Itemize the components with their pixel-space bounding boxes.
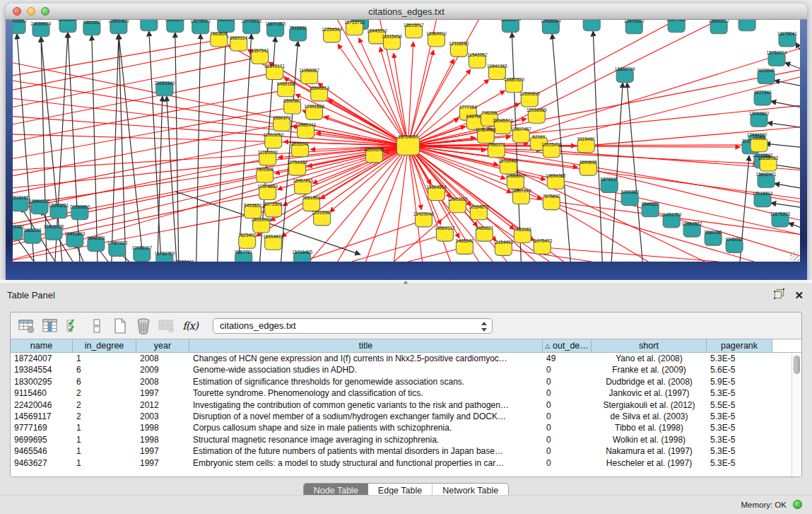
cell-name[interactable]: 9115460 xyxy=(11,387,73,399)
graph-edge[interactable] xyxy=(313,146,408,183)
cell-pagerank[interactable]: 5.5E-5 xyxy=(707,399,772,411)
graph-edge[interactable] xyxy=(68,33,80,262)
table-mode-button[interactable] xyxy=(16,316,37,336)
cell-in_degree[interactable]: 2 xyxy=(73,399,136,411)
cell-pagerank[interactable]: 5.3E-5 xyxy=(707,422,772,433)
graph-edge[interactable] xyxy=(359,38,408,146)
column-header-name[interactable]: name xyxy=(11,339,73,352)
cell-name[interactable]: 9463627 xyxy=(11,457,73,469)
cell-title[interactable]: Estimation of the future numbers of pati… xyxy=(189,445,543,457)
graph-edge[interactable] xyxy=(149,31,161,262)
cell-year[interactable]: 1997 xyxy=(136,445,189,457)
cell-short[interactable]: Hescheler et al. (1997) xyxy=(592,457,707,469)
cell-short[interactable]: Wolkin et al. (1998) xyxy=(592,434,707,445)
cell-title[interactable]: Embryonic stem cells: a model to study s… xyxy=(189,457,543,469)
graph-edge[interactable] xyxy=(394,53,408,146)
cell-out_degree[interactable]: 0 xyxy=(543,399,592,411)
cell-pagerank[interactable]: 5.3E-5 xyxy=(707,457,772,469)
table-row[interactable]: 1872400712008Changes of HCN gene express… xyxy=(11,353,801,364)
cell-name[interactable]: 19384554 xyxy=(11,364,73,375)
cell-pagerank[interactable]: 5.3E-5 xyxy=(707,353,772,364)
cell-out_degree[interactable]: 0 xyxy=(543,376,592,387)
column-header-year[interactable]: year xyxy=(136,339,189,352)
table-row[interactable]: 1830029562008Estimation of significance … xyxy=(11,376,801,387)
cell-in_degree[interactable]: 1 xyxy=(73,457,136,469)
cell-in_degree[interactable]: 1 xyxy=(73,445,136,457)
float-panel-icon[interactable] xyxy=(774,288,784,302)
graph-edge[interactable] xyxy=(771,203,800,207)
clear-selection-button[interactable] xyxy=(86,316,107,336)
graph-edge[interactable] xyxy=(789,223,800,227)
table-row[interactable]: 1938455462009Genome-wide association stu… xyxy=(11,364,801,375)
cell-year[interactable]: 1998 xyxy=(136,422,189,433)
column-header-out_degree[interactable]: △out_de… xyxy=(543,339,592,352)
cell-title[interactable]: Changes of HCN gene expression and I(f) … xyxy=(189,353,543,364)
cell-short[interactable]: Franke et al. (2009) xyxy=(592,364,707,375)
cell-short[interactable]: Stergiakouli et al. (2012) xyxy=(592,399,707,411)
cell-name[interactable]: 22420046 xyxy=(11,399,73,411)
table-row[interactable]: 1456911722003Disruption of a novel membe… xyxy=(11,411,801,422)
cell-year[interactable]: 1997 xyxy=(136,457,189,469)
graph-edge[interactable] xyxy=(408,146,450,262)
column-header-short[interactable]: short xyxy=(592,339,707,352)
graph-edge[interactable] xyxy=(13,44,239,90)
cell-name[interactable]: 18724007 xyxy=(11,353,73,364)
table-row[interactable]: 911546021997Tourette syndrome. Phenomeno… xyxy=(11,387,801,399)
graph-edge[interactable] xyxy=(627,83,642,262)
table-row[interactable]: 969969511998Structural magnetic resonanc… xyxy=(11,434,801,445)
cell-in_degree[interactable]: 2 xyxy=(73,411,136,422)
graph-node[interactable] xyxy=(59,20,76,33)
graph-edge[interactable] xyxy=(175,33,179,262)
table-scrollbar[interactable] xyxy=(792,354,801,477)
graph-edge[interactable] xyxy=(785,63,800,69)
graph-edge[interactable] xyxy=(586,127,800,146)
graph-node[interactable] xyxy=(141,20,158,31)
table-row[interactable]: 977716911998Corpus callosum shape and si… xyxy=(11,422,801,433)
cell-out_degree[interactable]: 0 xyxy=(543,457,592,469)
cell-in_degree[interactable]: 2 xyxy=(73,387,136,399)
cell-out_degree[interactable]: 0 xyxy=(543,411,592,422)
cell-short[interactable]: de Silva et al. (2003) xyxy=(592,411,707,422)
show-columns-button[interactable] xyxy=(40,316,61,336)
column-header-in_degree[interactable]: in_degree xyxy=(73,339,136,352)
cell-out_degree[interactable]: 0 xyxy=(543,445,592,457)
function-builder-button[interactable]: f(x) xyxy=(180,316,201,336)
cell-in_degree[interactable]: 1 xyxy=(73,434,136,445)
cell-year[interactable]: 2008 xyxy=(136,353,189,364)
cell-short[interactable]: Nakamura et al. (1997) xyxy=(592,445,707,457)
cell-year[interactable]: 2008 xyxy=(136,376,189,387)
cell-title[interactable]: Tourette syndrome. Phenomenology and cla… xyxy=(189,387,543,399)
graph-edge[interactable] xyxy=(13,146,408,242)
cell-name[interactable]: 9699695 xyxy=(11,434,73,445)
network-canvas[interactable]: 1640355724035574184489479361532206914068… xyxy=(13,20,800,262)
cell-year[interactable]: 1997 xyxy=(136,387,189,399)
cell-pagerank[interactable]: 5.3E-5 xyxy=(707,411,772,422)
network-window-titlebar[interactable]: citations_edges.txt xyxy=(6,4,807,20)
cell-pagerank[interactable]: 5.6E-5 xyxy=(707,364,772,375)
cell-in_degree[interactable]: 6 xyxy=(73,376,136,387)
graph-edge[interactable] xyxy=(775,81,800,86)
graph-edge[interactable] xyxy=(338,45,408,146)
column-header-pagerank[interactable]: pagerank xyxy=(707,339,772,352)
graph-edge[interactable] xyxy=(771,101,800,107)
graph-node[interactable] xyxy=(668,20,685,33)
cell-short[interactable]: Jankovic et al. (1997) xyxy=(592,387,707,399)
cell-year[interactable]: 2003 xyxy=(136,411,189,422)
graph-edge[interactable] xyxy=(112,34,119,262)
graph-node[interactable] xyxy=(583,20,600,31)
graph-edge[interactable] xyxy=(13,146,408,206)
graph-edge[interactable] xyxy=(394,146,408,262)
cell-year[interactable]: 1998 xyxy=(136,434,189,445)
cell-title[interactable]: Disruption of a novel member of a sodium… xyxy=(189,411,543,422)
delete-columns-button[interactable] xyxy=(133,316,154,336)
graph-edge[interactable] xyxy=(218,33,226,262)
cell-pagerank[interactable]: 5.9E-5 xyxy=(707,376,772,387)
graph-node[interactable] xyxy=(167,20,184,33)
cell-year[interactable]: 2009 xyxy=(136,364,189,375)
table-row[interactable]: 2242004622012Investigating the contribut… xyxy=(11,399,801,411)
new-column-button[interactable] xyxy=(110,316,131,336)
cell-out_degree[interactable]: 0 xyxy=(543,434,592,445)
cell-out_degree[interactable]: 0 xyxy=(543,364,592,375)
graph-edge[interactable] xyxy=(196,34,201,262)
cell-pagerank[interactable]: 5.3E-5 xyxy=(707,445,772,457)
